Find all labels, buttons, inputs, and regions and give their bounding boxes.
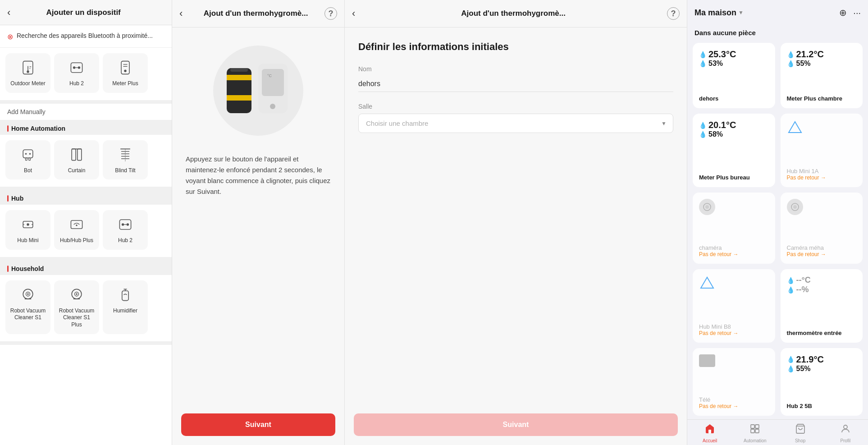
device-blind-tilt[interactable]: Blind Tilt (103, 140, 148, 180)
card-dehors[interactable]: 💧 25.3°C 💧 53% dehors (693, 43, 775, 108)
dehors-temp-row: 💧 25.3°C (699, 49, 769, 60)
svg-point-7 (78, 66, 80, 69)
te-temp-row: 💧 --°C (787, 275, 857, 285)
hub-mini-1a-icon-area (787, 120, 857, 138)
card-hub-2-5b[interactable]: 💧 21.9°C 💧 55% Hub 2 5B (781, 348, 863, 416)
svg-rect-19 (72, 149, 76, 160)
device-meter-plus[interactable]: Meter Plus (103, 53, 148, 93)
h25b-name: Hub 2 5B (787, 403, 857, 409)
automation-icon (749, 423, 760, 437)
te-droplet-icon: 💧 (787, 286, 795, 294)
device-hub2[interactable]: Hub 2 (54, 53, 99, 93)
nav-shop[interactable]: Shop (778, 423, 823, 443)
chamera-status: Pas de retour → (699, 251, 769, 257)
room-select[interactable]: Choisir une chambre ▼ (358, 114, 673, 133)
hub-header: Hub (0, 190, 172, 205)
device-vacuum-s1[interactable]: Robot Vacuum Cleaner S1 (5, 280, 50, 334)
card-meter-plus-chambre[interactable]: 💧 21.2°C 💧 55% Meter Plus chambre (781, 43, 863, 108)
back-button[interactable]: ‹ (7, 8, 10, 18)
device-hub2-s[interactable]: Hub 2 (103, 210, 148, 250)
card-tele[interactable]: Télé Pas de retour → (693, 348, 775, 416)
search-notice: ⊗ Recherche des appareils Bluetooth à pr… (0, 25, 172, 48)
panel2-title: Ajout d'un thermohygromè... (187, 9, 324, 18)
outdoor-meter-label: Outdoor Meter (10, 80, 45, 87)
dehors-temp: 25.3°C (708, 49, 736, 60)
panel2-next-button[interactable]: Suivant (181, 413, 335, 436)
humidifier-icon (116, 286, 134, 304)
hub-title: Hub (7, 195, 164, 202)
error-dot-icon: ⊗ (7, 32, 13, 41)
card-camera-meha[interactable]: Caméra méha Pas de retour → (781, 193, 863, 264)
nav-automation[interactable]: Automation (732, 423, 777, 443)
instruction-text: Appuyez sur le bouton de l'appareil et m… (186, 155, 330, 195)
hub2-label: Hub 2 (69, 80, 84, 87)
panel2-help-button[interactable]: ? (324, 7, 337, 20)
card-meter-plus-bureau[interactable]: 💧 20.1°C 💧 58% Meter Plus bureau (693, 114, 775, 187)
svg-rect-13 (23, 150, 33, 158)
te-thermometer-icon: 💧 (787, 277, 795, 284)
svg-rect-62 (708, 430, 711, 433)
bottom-nav: Accueil Automation (687, 419, 868, 445)
nav-profil[interactable]: Profil (823, 423, 868, 443)
card-thermometre-entree[interactable]: 💧 --°C 💧 --% thermomètre entrée (781, 269, 863, 342)
add-icon-button[interactable]: ⊕ (839, 7, 847, 18)
household-header: Household (0, 261, 172, 275)
household-title: Household (7, 265, 164, 272)
device-vacuum-s1-plus[interactable]: Robot Vacuum Cleaner S1 Plus (54, 280, 99, 334)
card-hub-mini-1a[interactable]: Hub Mini 1A Pas de retour → (781, 114, 863, 187)
device-curtain[interactable]: Curtain (54, 140, 99, 180)
svg-point-10 (124, 70, 126, 72)
home-automation-devices: Bot Curtain (0, 135, 172, 191)
panel3-back-button[interactable]: ‹ (352, 9, 355, 18)
panel2-header: ‹ Ajout d'un thermohygromè... ? (172, 0, 344, 28)
maison-title-area[interactable]: Ma maison ▼ (694, 8, 744, 18)
hub-mini-1a-name: Hub Mini 1A (787, 168, 857, 174)
home-icon (704, 423, 715, 437)
svg-rect-50 (227, 95, 251, 101)
form-title: Définir les informations initiales (358, 41, 673, 53)
add-manually[interactable]: Add Manually (0, 104, 172, 120)
device-humidifier[interactable]: Humidifier (103, 280, 148, 334)
svg-rect-66 (755, 429, 759, 433)
device-hub-mini[interactable]: Hub Mini (5, 210, 50, 250)
device-hub-plus[interactable]: Hub/Hub Plus (54, 210, 99, 250)
more-icon-button[interactable]: ··· (853, 8, 861, 18)
nav-accueil[interactable]: Accueil (687, 423, 732, 443)
svg-rect-45 (122, 291, 128, 301)
mpc-thermometer-icon: 💧 (787, 51, 795, 58)
dehors-thermometer-icon: 💧 (699, 51, 707, 58)
meter-plus-label: Meter Plus (112, 80, 138, 87)
card-chamera[interactable]: chaméra Pas de retour → (693, 193, 775, 264)
hub-mini-icon (19, 216, 37, 234)
nav-automation-label: Automation (744, 438, 767, 443)
device-image-area: °C (172, 28, 344, 145)
tele-icon-area (699, 354, 769, 367)
svg-point-54 (270, 104, 275, 109)
bot-label: Bot (24, 167, 32, 174)
add-manually-text: Add Manually (7, 108, 46, 115)
panel3-next-button[interactable]: Suivant (354, 413, 678, 436)
profil-icon (840, 423, 851, 437)
panel2-back-button[interactable]: ‹ (179, 9, 183, 18)
svg-rect-20 (78, 149, 82, 160)
home-automation-grid: Bot Curtain (5, 140, 166, 180)
hub-plus-icon (68, 216, 86, 234)
hub2-icon (68, 59, 86, 77)
ma-maison-panel: Ma maison ▼ ⊕ ··· Dans aucune pièce 💧 25… (687, 0, 868, 445)
svg-text:°C: °C (267, 73, 272, 78)
hub-mini-1a-icon (787, 120, 803, 136)
thermohygro-step1-panel: ‹ Ajout d'un thermohygromè... ? (172, 0, 345, 445)
hub2-s-icon (116, 216, 134, 234)
household-grid: Robot Vacuum Cleaner S1 Robot V (5, 280, 166, 334)
panel3-title: Ajout d'un thermohygromè... (360, 9, 667, 18)
room-section-label: Dans aucune pièce (687, 25, 868, 39)
mpb-temp: 20.1°C (708, 120, 736, 130)
device-outdoor-meter[interactable]: Outdoor Meter (5, 53, 50, 93)
top-devices-grid: Outdoor Meter Hub 2 (5, 53, 166, 93)
device-bot[interactable]: Bot (5, 140, 50, 180)
dehors-name: dehors (699, 95, 769, 102)
card-hub-mini-b8[interactable]: Hub Mini B8 Pas de retour → (693, 269, 775, 342)
maison-chevron-icon: ▼ (738, 9, 744, 16)
panel3-help-button[interactable]: ? (667, 7, 680, 20)
name-input[interactable] (358, 76, 673, 92)
